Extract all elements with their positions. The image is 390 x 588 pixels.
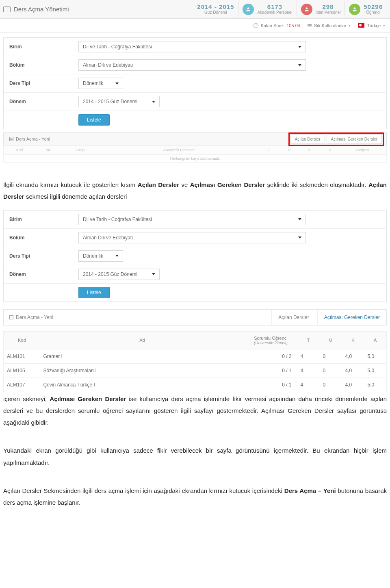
- listele-button[interactable]: Listele: [78, 114, 110, 126]
- select-donem[interactable]: 2014 - 2015 Güz Dönemi: [78, 96, 160, 107]
- col-kod: Kod: [5, 148, 34, 152]
- label-birim: Birim: [9, 44, 78, 50]
- cell-u: 0: [320, 378, 342, 392]
- chevron-down-icon: ▾: [349, 24, 351, 28]
- cell-t: 4: [297, 349, 320, 363]
- stat-term-num: 2014 - 2015: [197, 4, 234, 11]
- col-ap: Akademik Personel: [99, 148, 259, 152]
- tab-strip-2: Ders Açma - Yeni Açılan Dersler Açılması…: [3, 309, 387, 325]
- label-donem: Dönem: [9, 99, 78, 104]
- top-header: Ders Açma Yönetimi 2014 - 2015 Güz Dönem…: [0, 0, 390, 19]
- stat-admin-num: 298: [316, 4, 341, 11]
- timer-value: 105:04: [286, 23, 300, 28]
- no-records-text: Herhangi bir kayıt bulunamadı.: [3, 155, 387, 163]
- user-icon: [301, 4, 312, 15]
- table-header-faint: Kod Ad Grup Akademik Personel T U K A Ak…: [3, 145, 387, 155]
- select-birim[interactable]: Dil ve Tarih - Coğrafya Fakültesi: [78, 41, 306, 52]
- select-birim-value: Dil ve Tarih - Coğrafya Fakültesi: [83, 44, 152, 50]
- col-aksiyon: Aksiyon: [340, 148, 385, 152]
- table-row: ALM105Sözvarlığı Araştırmaları I0 / 1404…: [4, 363, 387, 378]
- col-a: A: [320, 148, 340, 152]
- cell-ad: Sözvarlığı Araştırmaları I: [40, 363, 245, 378]
- book-icon: [3, 7, 11, 12]
- table-row: ALM107Çeviri Almanca-Türkçe I0 / 1404,05…: [4, 378, 387, 392]
- select-birim-2[interactable]: Dil ve Tarih - Coğrafya Fakültesi: [78, 214, 306, 225]
- session-timer: Kalan Süre: 105:04: [254, 23, 300, 28]
- label-birim-2: Birim: [9, 217, 78, 222]
- util-bar: Kalan Süre: 105:04 Sık Kullanılanlar ▾ T…: [0, 19, 390, 33]
- cell-u: 0: [320, 363, 342, 378]
- edit-icon: [9, 315, 13, 319]
- col-k: K: [299, 148, 320, 152]
- tab-acilmasi-gereken-dersler[interactable]: Açılması Gereken Dersler: [327, 135, 382, 144]
- caret-icon: [298, 64, 301, 66]
- select-ders-tipi-2[interactable]: Dönemlik: [78, 250, 123, 262]
- table-row: ALM101Gramer I0 / 2404,05,0: [4, 349, 387, 363]
- cell-ad: Çeviri Almanca-Türkçe I: [40, 378, 245, 392]
- stat-academic-num: 6173: [257, 4, 292, 11]
- courses-table: Kod Ad Sorumlu Öğrenci (Üniversite Genel…: [3, 331, 387, 392]
- ders-acma-yeni-label: Ders Açma - Yeni: [16, 137, 50, 141]
- cell-ad: Gramer I: [40, 349, 245, 363]
- ders-acma-yeni-button[interactable]: Ders Açma - Yeni: [6, 135, 53, 143]
- flag-tr-icon: [358, 23, 364, 28]
- caret-icon: [115, 255, 119, 257]
- tab-acilmasi-gereken-dersler-2[interactable]: Açılması Gereken Dersler: [317, 310, 386, 325]
- stat-academic: 6173 Akademik Personel: [238, 2, 296, 17]
- label-ders-tipi: Ders Tipi: [9, 80, 78, 86]
- page-title-wrap: Ders Açma Yönetimi: [3, 6, 77, 13]
- col-kod: Kod: [4, 331, 40, 349]
- filter-panel-1: Birim Dil ve Tarih - Coğrafya Fakültesi …: [3, 37, 387, 129]
- col-ad: Ad: [40, 331, 245, 349]
- col-t: T: [259, 148, 279, 152]
- cell-sorumlu: 0 / 1: [245, 378, 297, 392]
- tab-strip-1: Ders Açma - Yeni Açılan Dersler Açılması…: [3, 132, 387, 145]
- page-title: Ders Açma Yönetimi: [14, 6, 69, 13]
- caret-icon: [152, 273, 155, 275]
- col-grup: Grup: [62, 148, 99, 152]
- ders-acma-yeni-button-2[interactable]: Ders Açma - Yeni: [4, 310, 59, 324]
- table-header-row: Kod Ad Sorumlu Öğrenci (Üniversite Genel…: [4, 331, 387, 349]
- col-u: U: [279, 148, 299, 152]
- paragraph-3: Yukarıdaki ekran görüldüğü gibi kullanıc…: [3, 445, 387, 469]
- select-donem-2[interactable]: 2014 - 2015 Güz Dönemi: [78, 269, 160, 280]
- user-icon: [349, 4, 360, 15]
- cell-t: 4: [297, 363, 320, 378]
- caret-icon: [115, 82, 119, 85]
- col-a: A: [364, 331, 387, 349]
- caret-icon: [298, 46, 301, 48]
- cell-a: 5,0: [364, 349, 387, 363]
- clock-icon: [254, 23, 258, 28]
- paragraph-1: İlgili ekranda kırmızı kutucuk ile göste…: [3, 179, 387, 203]
- stat-academic-label: Akademik Personel: [257, 10, 292, 15]
- cell-kod: ALM105: [4, 363, 40, 378]
- cell-k: 4,0: [342, 378, 364, 392]
- caret-icon: [298, 218, 301, 220]
- caret-icon: [152, 101, 155, 103]
- language-menu[interactable]: Türkçe ▾: [358, 23, 385, 28]
- paragraph-4: Açılan Dersler Sekmesinden ilgili ders a…: [3, 485, 387, 509]
- cell-a: 5,0: [364, 363, 387, 378]
- list-icon: [308, 24, 312, 26]
- select-ders-tipi-value: Dönemlik: [83, 80, 103, 86]
- select-bolum-2[interactable]: Alman Dili ve Edebiyatı: [78, 232, 306, 243]
- label-ders-tipi-2: Ders Tipi: [9, 253, 78, 259]
- stat-student-num: 50296: [364, 4, 383, 11]
- select-donem-value: 2014 - 2015 Güz Dönemi: [83, 99, 137, 104]
- col-k: K: [342, 331, 364, 349]
- cell-sorumlu: 0 / 1: [245, 363, 297, 378]
- stat-admin-label: İdari Personel: [316, 10, 341, 15]
- select-bolum[interactable]: Alman Dili ve Edebiyatı: [78, 59, 306, 71]
- tab-acilan-dersler-2[interactable]: Açılan Dersler: [271, 310, 315, 325]
- stat-student-label: Öğrenci: [364, 10, 383, 15]
- favorites-label: Sık Kullanılanlar: [314, 23, 347, 28]
- language-label: Türkçe: [367, 23, 381, 28]
- select-ders-tipi[interactable]: Dönemlik: [78, 78, 123, 89]
- cell-k: 4,0: [342, 349, 364, 363]
- stat-admin: 298 İdari Personel: [297, 2, 345, 17]
- paragraph-2: içeren sekmeyi, Açılması Gereken Dersler…: [3, 393, 387, 429]
- listele-button-2[interactable]: Listele: [78, 287, 110, 298]
- cell-a: 5,0: [364, 378, 387, 392]
- tab-acilan-dersler[interactable]: Açılan Dersler: [290, 135, 325, 144]
- favorites-menu[interactable]: Sık Kullanılanlar ▾: [308, 23, 351, 28]
